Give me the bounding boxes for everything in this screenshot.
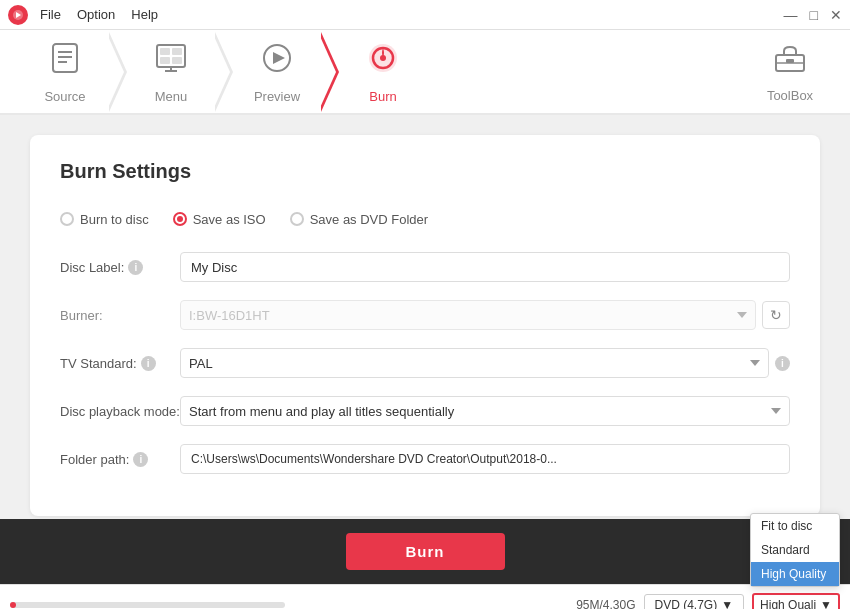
- arrow-sep-1: [109, 32, 127, 112]
- disc-label-label: Disc Label: i: [60, 260, 180, 275]
- close-button[interactable]: ✕: [830, 7, 842, 23]
- save-as-iso-option[interactable]: Save as ISO: [173, 212, 266, 227]
- progress-track: [10, 602, 285, 608]
- disc-type-arrow: ▼: [721, 598, 733, 610]
- minimize-button[interactable]: —: [784, 7, 798, 23]
- burner-select[interactable]: I:BW-16D1HT: [180, 300, 756, 330]
- toolbar: Source Menu Preview: [0, 30, 850, 115]
- burner-row: Burner: I:BW-16D1HT ↻: [60, 299, 790, 331]
- svg-marker-14: [273, 52, 285, 64]
- burn-to-disc-option[interactable]: Burn to disc: [60, 212, 149, 227]
- quality-option-fit[interactable]: Fit to disc: [751, 514, 839, 538]
- tv-standard-info-icon[interactable]: i: [141, 356, 156, 371]
- arrow-sep-3: [321, 32, 339, 112]
- title-bar-left: File Option Help: [8, 5, 158, 25]
- source-icon: [47, 40, 83, 83]
- quality-label: High Quali: [760, 598, 816, 610]
- preview-icon: [259, 40, 295, 83]
- toolbar-item-toolbox[interactable]: ToolBox: [750, 32, 830, 112]
- disc-playback-row: Disc playback mode: Start from menu and …: [60, 395, 790, 427]
- quality-option-high[interactable]: High Quality: [751, 562, 839, 586]
- toolbox-label: ToolBox: [767, 88, 813, 103]
- toolbar-item-menu[interactable]: Menu: [126, 32, 216, 112]
- quality-arrow-icon: ▼: [820, 598, 832, 610]
- burner-select-wrap: I:BW-16D1HT ↻: [180, 300, 790, 330]
- quality-dropdown-wrap: High Quali ▼ Fit to disc Standard High Q…: [752, 593, 840, 610]
- progress-fill: [10, 602, 16, 608]
- title-bar: File Option Help — □ ✕: [0, 0, 850, 30]
- folder-path-input[interactable]: [180, 444, 790, 474]
- toolbar-item-burn[interactable]: Burn: [338, 32, 428, 112]
- tv-standard-select-wrap: PAL NTSC i: [180, 348, 790, 378]
- quality-option-standard[interactable]: Standard: [751, 538, 839, 562]
- burn-options-row: Burn to disc Save as ISO Save as DVD Fol…: [60, 203, 790, 235]
- app-logo: [8, 5, 28, 25]
- burn-settings-title: Burn Settings: [60, 160, 790, 183]
- preview-label: Preview: [254, 89, 300, 104]
- disc-label-input[interactable]: [180, 252, 790, 282]
- burn-button[interactable]: Burn: [346, 533, 505, 570]
- menu-help[interactable]: Help: [131, 7, 158, 22]
- maximize-button[interactable]: □: [810, 7, 818, 23]
- quality-button[interactable]: High Quali ▼: [752, 593, 840, 610]
- burn-options-group: Burn to disc Save as ISO Save as DVD Fol…: [60, 212, 428, 227]
- folder-path-label: Folder path: i: [60, 452, 180, 467]
- svg-point-17: [380, 55, 386, 61]
- burn-settings-card: Burn Settings Burn to disc Save as ISO S…: [30, 135, 820, 516]
- burn-to-disc-radio[interactable]: [60, 212, 74, 226]
- tv-standard-row: TV Standard: i PAL NTSC i: [60, 347, 790, 379]
- menu-label: Menu: [155, 89, 188, 104]
- disc-label-info-icon[interactable]: i: [128, 260, 143, 275]
- save-as-iso-radio[interactable]: [173, 212, 187, 226]
- source-label: Source: [44, 89, 85, 104]
- status-bar: 95M/4.30G DVD (4.7G) ▼ High Quali ▼ Fit …: [0, 584, 850, 609]
- main-content: Burn Settings Burn to disc Save as ISO S…: [0, 115, 850, 519]
- disc-type-button[interactable]: DVD (4.7G) ▼: [644, 594, 745, 610]
- tv-standard-select[interactable]: PAL NTSC: [180, 348, 769, 378]
- menu-option[interactable]: Option: [77, 7, 115, 22]
- svg-rect-7: [172, 48, 182, 55]
- burn-icon: [365, 40, 401, 83]
- disc-label-row: Disc Label: i: [60, 251, 790, 283]
- svg-rect-6: [160, 48, 170, 55]
- save-as-dvd-folder-radio[interactable]: [290, 212, 304, 226]
- svg-rect-8: [160, 57, 170, 64]
- burn-to-disc-label: Burn to disc: [80, 212, 149, 227]
- menu-file[interactable]: File: [40, 7, 61, 22]
- save-as-iso-label: Save as ISO: [193, 212, 266, 227]
- toolbox-icon: [773, 41, 807, 82]
- status-size-info: 95M/4.30G: [576, 598, 635, 610]
- disc-type-label: DVD (4.7G): [655, 598, 718, 610]
- save-as-dvd-folder-label: Save as DVD Folder: [310, 212, 429, 227]
- burner-refresh-button[interactable]: ↻: [762, 301, 790, 329]
- menu-bar: File Option Help: [40, 7, 158, 22]
- quality-dropdown: Fit to disc Standard High Quality: [750, 513, 840, 587]
- svg-rect-9: [172, 57, 182, 64]
- tv-standard-label: TV Standard: i: [60, 356, 180, 371]
- disc-playback-select[interactable]: Start from menu and play all titles sequ…: [180, 396, 790, 426]
- folder-path-row: Folder path: i: [60, 443, 790, 475]
- toolbar-item-preview[interactable]: Preview: [232, 32, 322, 112]
- burn-footer: Burn: [0, 519, 850, 584]
- arrow-sep-2: [215, 32, 233, 112]
- tv-standard-info-icon-2[interactable]: i: [775, 356, 790, 371]
- toolbar-item-source[interactable]: Source: [20, 32, 110, 112]
- save-as-dvd-folder-option[interactable]: Save as DVD Folder: [290, 212, 429, 227]
- folder-path-info-icon[interactable]: i: [133, 452, 148, 467]
- burner-label: Burner:: [60, 308, 180, 323]
- burn-label: Burn: [369, 89, 396, 104]
- window-controls: — □ ✕: [784, 7, 842, 23]
- disc-playback-label: Disc playback mode:: [60, 404, 180, 419]
- menu-icon: [153, 40, 189, 83]
